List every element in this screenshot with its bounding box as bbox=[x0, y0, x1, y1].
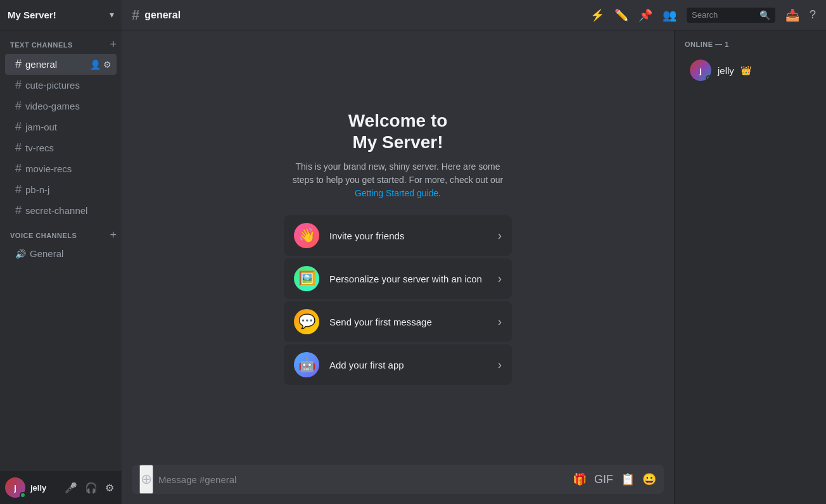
inbox-button[interactable]: 📥 bbox=[785, 8, 799, 22]
user-settings-button[interactable]: ⚙ bbox=[103, 479, 117, 496]
search-placeholder-text: Search bbox=[692, 10, 756, 20]
channel-item-tv-recs[interactable]: # tv-recs bbox=[5, 137, 117, 158]
gift-icon[interactable]: 🎁 bbox=[573, 472, 587, 486]
channel-item-video-games[interactable]: # video-games bbox=[5, 96, 117, 117]
channel-actions: 👤 ⚙ bbox=[90, 60, 111, 70]
voice-channels-header[interactable]: VOICE CHANNELS + bbox=[0, 226, 122, 244]
hash-icon: # bbox=[15, 204, 22, 217]
hash-icon: # bbox=[15, 141, 22, 154]
avatar: j bbox=[690, 60, 711, 81]
voice-channel-name: General bbox=[30, 248, 63, 259]
mic-button[interactable]: 🎤 bbox=[62, 479, 80, 496]
gif-icon[interactable]: GIF bbox=[594, 473, 613, 486]
sidebar: TEXT CHANNELS + # general 👤 ⚙ # cute-pi bbox=[0, 30, 122, 504]
search-icon: 🔍 bbox=[759, 10, 770, 20]
add-attachment-button[interactable]: ⊕ bbox=[139, 465, 153, 494]
hash-icon: # bbox=[15, 99, 22, 113]
user-info: jelly bbox=[30, 483, 57, 493]
welcome-title-line2: My Server! bbox=[352, 132, 443, 152]
invite-friends-icon: 👋 bbox=[294, 223, 319, 248]
sticker-icon[interactable]: 📋 bbox=[621, 472, 635, 486]
chevron-right-icon: › bbox=[498, 315, 502, 329]
channel-item-pb-n-j[interactable]: # pb-n-j bbox=[5, 179, 117, 200]
getting-started-link[interactable]: Getting Started guide bbox=[355, 188, 438, 198]
online-status-dot bbox=[20, 492, 26, 498]
action-invite-friends[interactable]: 👋 Invite your friends › bbox=[284, 215, 512, 256]
action-personalize-server[interactable]: 🖼️ Personalize your server with an icon … bbox=[284, 258, 512, 299]
voice-channels-label: VOICE CHANNELS bbox=[10, 232, 110, 239]
add-app-label: Add your first app bbox=[329, 360, 488, 370]
text-channels-label: TEXT CHANNELS bbox=[10, 41, 110, 49]
settings-icon[interactable]: ⚙ bbox=[103, 60, 111, 70]
channel-item-jam-out[interactable]: # jam-out bbox=[5, 117, 117, 137]
server-header[interactable]: My Server! ▾ bbox=[0, 0, 122, 30]
edit-button[interactable]: ✏️ bbox=[614, 8, 628, 22]
channel-item-name: tv-recs bbox=[25, 142, 111, 153]
voice-channels-section: VOICE CHANNELS + 🔊 General bbox=[0, 226, 122, 263]
chevron-down-icon: ▾ bbox=[110, 9, 114, 20]
server-name: My Server! bbox=[8, 9, 110, 20]
channel-item-name: movie-recs bbox=[25, 163, 111, 174]
add-text-channel-icon[interactable]: + bbox=[110, 38, 117, 51]
members-button[interactable]: 👥 bbox=[663, 8, 677, 22]
channel-item-name: video-games bbox=[25, 101, 111, 111]
welcome-title-line1: Welcome to bbox=[348, 111, 448, 130]
chevron-right-icon: › bbox=[498, 358, 502, 372]
channel-item-secret-channel[interactable]: # secret-channel bbox=[5, 200, 117, 221]
app: My Server! ▾ # general ⚡ ✏️ 📌 👥 Search 🔍… bbox=[0, 0, 826, 504]
channel-header: # general bbox=[132, 7, 580, 23]
hash-icon: # bbox=[15, 120, 22, 134]
add-user-icon[interactable]: 👤 bbox=[90, 60, 101, 70]
text-channels-section: TEXT CHANNELS + # general 👤 ⚙ # cute-pi bbox=[0, 35, 122, 221]
pin-button[interactable]: 📌 bbox=[639, 8, 652, 22]
message-bar: ⊕ 🎁 GIF 📋 😀 bbox=[122, 465, 674, 504]
top-bar-icons: ⚡ ✏️ 📌 👥 Search 🔍 📥 ? bbox=[590, 8, 816, 23]
online-header: ONLINE — 1 bbox=[685, 41, 816, 48]
welcome-container: Welcome to My Server! This is your brand… bbox=[271, 98, 524, 398]
search-box[interactable]: Search 🔍 bbox=[687, 8, 775, 23]
boost-button[interactable]: ⚡ bbox=[590, 8, 604, 22]
add-voice-channel-icon[interactable]: + bbox=[110, 229, 117, 242]
message-input[interactable] bbox=[158, 467, 568, 493]
action-add-app[interactable]: 🤖 Add your first app › bbox=[284, 344, 512, 385]
channel-item-name: general bbox=[25, 59, 86, 70]
top-bar: My Server! ▾ # general ⚡ ✏️ 📌 👥 Search 🔍… bbox=[0, 0, 826, 30]
speaker-icon: 🔊 bbox=[15, 249, 26, 259]
add-app-icon: 🤖 bbox=[294, 352, 319, 377]
action-send-message[interactable]: 💬 Send your first message › bbox=[284, 301, 512, 342]
channel-item-name: pb-n-j bbox=[25, 184, 111, 195]
member-item-jelly[interactable]: j jelly 👑 bbox=[685, 56, 816, 85]
headset-button[interactable]: 🎧 bbox=[82, 479, 100, 496]
text-channels-header[interactable]: TEXT CHANNELS + bbox=[0, 35, 122, 54]
emoji-icon[interactable]: 😀 bbox=[642, 472, 656, 486]
channel-header-bar: # general ⚡ ✏️ 📌 👥 Search 🔍 📥 ? bbox=[122, 7, 826, 23]
message-icons: 🎁 GIF 📋 😀 bbox=[573, 472, 656, 486]
sidebar-content: TEXT CHANNELS + # general 👤 ⚙ # cute-pi bbox=[0, 30, 122, 471]
send-message-icon: 💬 bbox=[294, 309, 319, 334]
hash-icon: # bbox=[15, 79, 22, 92]
welcome-description: This is your brand new, shiny server. He… bbox=[284, 160, 512, 200]
main-layout: TEXT CHANNELS + # general 👤 ⚙ # cute-pi bbox=[0, 30, 826, 504]
channel-item-cute-pictures[interactable]: # cute-pictures bbox=[5, 75, 117, 96]
hash-icon: # bbox=[15, 58, 22, 71]
channel-item-name: jam-out bbox=[25, 122, 111, 132]
user-panel: j jelly 🎤 🎧 ⚙ bbox=[0, 471, 122, 504]
right-panel: ONLINE — 1 j jelly 👑 bbox=[674, 30, 826, 504]
help-button[interactable]: ? bbox=[810, 8, 816, 22]
hash-icon: # bbox=[15, 162, 22, 175]
channel-item-general[interactable]: # general 👤 ⚙ bbox=[5, 54, 117, 75]
user-controls: 🎤 🎧 ⚙ bbox=[62, 479, 117, 496]
channel-name: general bbox=[144, 9, 181, 21]
send-message-label: Send your first message bbox=[329, 317, 488, 327]
personalize-server-icon: 🖼️ bbox=[294, 266, 319, 291]
personalize-server-label: Personalize your server with an icon bbox=[329, 274, 488, 284]
voice-channel-general[interactable]: 🔊 General bbox=[5, 244, 117, 263]
channel-item-name: secret-channel bbox=[25, 205, 111, 216]
welcome-title: Welcome to My Server! bbox=[284, 110, 512, 153]
member-name: jelly bbox=[718, 65, 734, 76]
channel-item-movie-recs[interactable]: # movie-recs bbox=[5, 158, 117, 179]
chat-messages: Welcome to My Server! This is your brand… bbox=[122, 30, 674, 465]
message-input-wrap: ⊕ 🎁 GIF 📋 😀 bbox=[132, 465, 664, 494]
avatar: j bbox=[5, 477, 25, 498]
member-online-dot bbox=[706, 75, 711, 81]
